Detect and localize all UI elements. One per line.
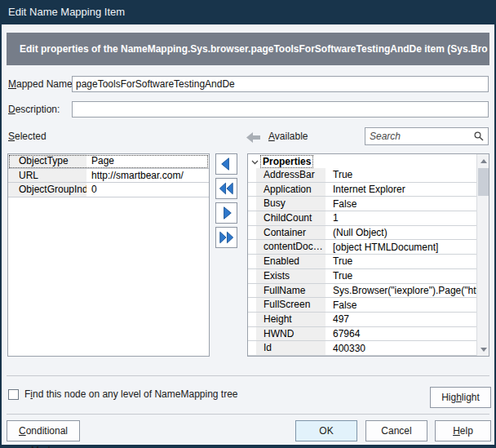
move-left-button[interactable] bbox=[215, 153, 237, 175]
property-name: Busy bbox=[256, 197, 326, 211]
move-right-button[interactable] bbox=[215, 202, 237, 224]
available-property-row[interactable]: contentDocument[object HTMLDocument] bbox=[248, 240, 476, 255]
selected-property-row[interactable]: ObjectGroupIndex0 bbox=[8, 183, 209, 197]
available-property-row[interactable]: ExistsTrue bbox=[248, 269, 476, 284]
search-input[interactable] bbox=[365, 127, 489, 145]
available-property-row[interactable]: Height497 bbox=[248, 313, 476, 327]
property-value: Page bbox=[86, 155, 209, 166]
move-all-right-icon bbox=[216, 227, 237, 248]
move-all-left-button[interactable] bbox=[215, 178, 237, 199]
row-gutter bbox=[248, 284, 256, 298]
property-value: True bbox=[326, 255, 476, 267]
row-gutter bbox=[248, 211, 256, 225]
ok-button[interactable]: OK bbox=[295, 420, 357, 441]
row-gutter bbox=[248, 168, 256, 182]
property-name: ObjectType bbox=[8, 154, 86, 168]
property-name: URL bbox=[8, 169, 86, 183]
dialog-body: Edit properties of the NameMapping.Sys.b… bbox=[2, 24, 494, 445]
row-gutter bbox=[248, 197, 256, 211]
property-name: contentDocument bbox=[256, 240, 326, 254]
scrollbar-thumb[interactable] bbox=[478, 168, 489, 196]
property-value: 1 bbox=[326, 212, 476, 224]
property-name: Application bbox=[256, 183, 326, 197]
search-icon bbox=[474, 131, 484, 141]
header-band: Edit properties of the NameMapping.Sys.b… bbox=[7, 33, 489, 65]
property-name: AddressBar bbox=[256, 168, 326, 182]
row-gutter bbox=[248, 313, 256, 326]
separator-lower bbox=[7, 414, 489, 415]
property-value: (Null Object) bbox=[326, 227, 476, 238]
property-name: Exists bbox=[256, 269, 326, 283]
property-name: Container bbox=[256, 226, 326, 240]
cancel-button[interactable]: Cancel bbox=[365, 420, 427, 441]
available-property-row[interactable]: ApplicationInternet Explorer bbox=[248, 183, 476, 197]
description-label: Description: bbox=[8, 104, 60, 115]
collapse-chevron-icon[interactable] bbox=[248, 156, 261, 167]
available-property-row[interactable]: EnabledTrue bbox=[248, 255, 476, 269]
available-property-row[interactable]: FullScreenFalse bbox=[248, 298, 476, 313]
property-value: False bbox=[326, 299, 476, 311]
available-property-row[interactable]: AddressBarTrue bbox=[248, 168, 476, 183]
property-name: HWND bbox=[256, 327, 326, 341]
available-grid-body: AddressBarTrueApplicationInternet Explor… bbox=[248, 168, 476, 356]
available-property-row[interactable]: HWND67964 bbox=[248, 327, 476, 342]
property-value: Internet Explorer bbox=[326, 184, 476, 195]
mapped-name-label: Mapped Name: bbox=[8, 78, 75, 90]
row-gutter bbox=[248, 269, 256, 283]
row-gutter bbox=[248, 183, 256, 197]
assigned-direction-arrow-icon bbox=[246, 131, 260, 146]
property-value: True bbox=[326, 270, 476, 282]
separator-upper bbox=[7, 375, 489, 376]
selected-property-row[interactable]: URLhttp://smartbear.com/ bbox=[8, 169, 209, 184]
find-node-row: Find this node on any level of NameMappi… bbox=[8, 388, 238, 400]
properties-group-header[interactable]: Properties bbox=[248, 154, 489, 168]
property-value: 0 bbox=[86, 184, 209, 195]
move-right-icon bbox=[216, 202, 237, 224]
row-gutter bbox=[248, 226, 256, 240]
property-value: 67964 bbox=[326, 328, 476, 339]
available-property-row[interactable]: Id400330 bbox=[248, 341, 476, 356]
selected-properties-grid[interactable]: ObjectTypePageURLhttp://smartbear.com/Ob… bbox=[7, 153, 210, 357]
selected-grid-body: ObjectTypePageURLhttp://smartbear.com/Ob… bbox=[8, 154, 209, 197]
available-property-row[interactable]: Container(Null Object) bbox=[248, 226, 476, 241]
available-properties-grid[interactable]: Properties AddressBarTrueApplicationInte… bbox=[247, 153, 489, 357]
property-value: [object HTMLDocument] bbox=[326, 242, 476, 253]
selected-property-row[interactable]: ObjectTypePage bbox=[8, 154, 209, 169]
header-text: Edit properties of the NameMapping.Sys.b… bbox=[20, 43, 488, 55]
available-label: Available bbox=[268, 131, 308, 142]
property-name: Enabled bbox=[256, 255, 326, 268]
property-name: ObjectGroupIndex bbox=[8, 183, 86, 197]
row-gutter bbox=[248, 255, 256, 268]
row-gutter bbox=[248, 327, 256, 341]
find-node-checkbox[interactable] bbox=[8, 389, 19, 400]
scroll-up-icon[interactable] bbox=[477, 154, 489, 167]
row-gutter bbox=[248, 240, 256, 254]
property-value: 497 bbox=[326, 313, 476, 325]
mapped-name-input[interactable] bbox=[72, 76, 489, 92]
selected-label: Selected bbox=[8, 131, 46, 142]
dialog-titlebar[interactable]: Edit Name Mapping Item bbox=[0, 0, 496, 24]
conditional-mode-button[interactable]: Conditional Mode bbox=[7, 420, 80, 441]
property-name: Height bbox=[256, 313, 326, 326]
dialog-window: Edit Name Mapping Item Edit properties o… bbox=[0, 0, 496, 448]
property-name: FullName bbox=[256, 284, 326, 298]
description-input[interactable] bbox=[72, 101, 489, 118]
row-gutter bbox=[248, 298, 256, 312]
property-name: FullScreen bbox=[256, 298, 326, 312]
available-scrollbar[interactable] bbox=[476, 154, 489, 356]
row-gutter bbox=[248, 341, 256, 355]
available-property-row[interactable]: BusyFalse bbox=[248, 197, 476, 211]
highlight-button[interactable]: Highlight bbox=[430, 387, 491, 408]
available-property-row[interactable]: FullNameSys.Browser("iexplore").Page("ht… bbox=[248, 284, 476, 299]
property-name: Id bbox=[256, 341, 326, 355]
available-property-row[interactable]: ChildCount1 bbox=[248, 211, 476, 226]
property-name: ChildCount bbox=[256, 211, 326, 225]
scroll-down-icon[interactable] bbox=[477, 343, 489, 356]
move-all-right-button[interactable] bbox=[215, 227, 237, 248]
property-value: False bbox=[326, 198, 476, 210]
find-node-label: Find this node on any level of NameMappi… bbox=[24, 388, 238, 400]
dialog-title: Edit Name Mapping Item bbox=[8, 6, 125, 18]
help-button[interactable]: Help bbox=[435, 420, 491, 441]
property-value: True bbox=[326, 169, 476, 180]
property-value: 400330 bbox=[326, 343, 476, 354]
